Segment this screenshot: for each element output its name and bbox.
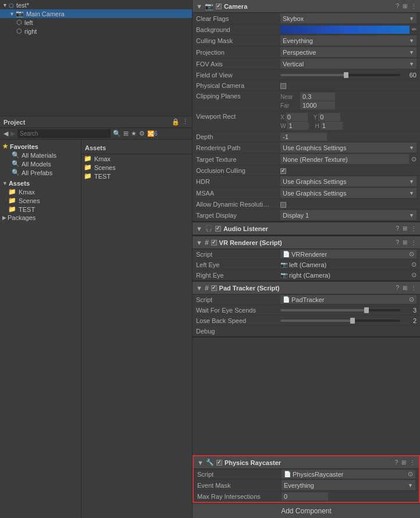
pad-script-select-icon[interactable]: ⊙ [409, 296, 414, 303]
far-input[interactable] [300, 101, 335, 109]
occlusion-culling-checkbox[interactable] [280, 168, 286, 174]
target-display-value[interactable]: Display 1 ▼ [280, 210, 417, 220]
pad-more-icon[interactable]: ⋮ [411, 285, 417, 291]
pad-collapse-arrow[interactable]: ▼ [196, 285, 202, 292]
wait-eye-slider-track[interactable] [280, 309, 400, 311]
project-search-input[interactable] [17, 129, 111, 138]
occlusion-culling-value[interactable] [280, 166, 417, 173]
checkbox-camera[interactable] [216, 3, 222, 9]
physics-help-icon[interactable]: ? [394, 459, 398, 466]
event-mask-dropdown[interactable]: Everything ▼ [282, 480, 415, 490]
lose-back-thumb[interactable] [350, 318, 355, 324]
max-ray-value[interactable] [282, 492, 415, 501]
fov-value[interactable]: 60 [280, 72, 417, 79]
clear-flags-dropdown[interactable]: Skybox ▼ [280, 13, 417, 23]
projection-value[interactable]: Perspective ▼ [280, 47, 417, 57]
depth-value[interactable] [280, 133, 417, 141]
vr-script-value[interactable]: 📄 VRRenderer ⊙ [280, 250, 417, 258]
rendering-path-value[interactable]: Use Graphics Settings ▼ [280, 143, 417, 152]
viewport-y-input[interactable] [318, 113, 340, 121]
back-arrow-icon[interactable]: ◀ [3, 130, 8, 137]
fov-axis-value[interactable]: Vertical ▼ [280, 59, 417, 69]
camera-help-icon[interactable]: ? [396, 3, 399, 9]
allow-dynamic-checkbox[interactable] [280, 202, 286, 208]
wait-eye-thumb[interactable] [364, 307, 369, 313]
viewport-x-input[interactable] [286, 113, 308, 121]
near-input[interactable] [300, 93, 335, 101]
vr-script-select-icon[interactable]: ⊙ [409, 250, 414, 258]
pad-help-icon[interactable]: ? [396, 285, 399, 291]
audio-more-icon[interactable]: ⋮ [411, 225, 417, 232]
settings-icon[interactable]: ⚙ [139, 130, 145, 137]
left-eye-select-icon[interactable]: ⊙ [411, 261, 417, 268]
hdr-value[interactable]: Use Graphics Settings ▼ [280, 176, 417, 186]
right-folder-kmax[interactable]: 📁 Kmax [81, 154, 192, 163]
pad-script-value[interactable]: 📄 PadTracker ⊙ [280, 295, 417, 304]
viewport-h-input[interactable] [321, 122, 343, 130]
tree-packages[interactable]: ▶ Packages [0, 214, 81, 222]
background-value[interactable]: ✏ [280, 26, 417, 34]
fov-slider-thumb[interactable] [344, 72, 348, 78]
physics-more-icon[interactable]: ⋮ [410, 459, 415, 466]
add-component-button[interactable]: Add Component [193, 504, 420, 518]
physical-camera-checkbox[interactable] [280, 83, 286, 89]
pad-layout-icon[interactable]: ⊞ [403, 285, 407, 291]
event-mask-value[interactable]: Everything ▼ [282, 480, 415, 490]
vr-more-icon[interactable]: ⋮ [411, 239, 417, 246]
projection-dropdown[interactable]: Perspective ▼ [280, 47, 417, 57]
vr-help-icon[interactable]: ? [396, 239, 399, 246]
hierarchy-item-main-camera[interactable]: ▼ 📷 Main Camera [0, 9, 192, 18]
physics-checkbox[interactable] [216, 460, 222, 466]
lose-back-slider-track[interactable] [280, 320, 400, 322]
wait-eye-value[interactable]: 3 [280, 307, 417, 314]
allow-dynamic-value[interactable] [280, 200, 417, 207]
camera-collapse-arrow[interactable]: ▼ [196, 3, 202, 10]
viewport-w-input[interactable] [287, 122, 309, 130]
max-ray-input[interactable] [282, 492, 328, 501]
right-folder-test[interactable]: 📁 TEST [81, 172, 192, 180]
camera-more-icon[interactable]: ⋮ [411, 3, 417, 9]
hierarchy-item-right[interactable]: ⬡ right [0, 27, 192, 36]
fov-slider-track[interactable] [280, 74, 400, 76]
grid-icon[interactable]: ⊞ [123, 130, 129, 137]
vr-layout-icon[interactable]: ⊞ [403, 239, 407, 246]
tree-all-materials[interactable]: 🔍 All Materials [0, 151, 81, 159]
tree-all-prefabs[interactable]: 🔍 All Prefabs [0, 168, 81, 177]
msaa-value[interactable]: Use Graphics Settings ▼ [280, 188, 417, 198]
tree-all-models[interactable]: 🔍 All Models [0, 159, 81, 168]
tree-scenes-left[interactable]: 📁 Scenes [0, 196, 81, 205]
lock-icon[interactable]: 🔒 [172, 118, 180, 126]
tree-kmax-left[interactable]: 📁 Kmax [0, 187, 81, 196]
culling-mask-value[interactable]: Everything ▼ [280, 36, 417, 45]
audio-collapse-arrow[interactable]: ▼ [196, 225, 202, 232]
target-texture-select-icon[interactable]: ⊙ [411, 155, 417, 163]
lose-back-value[interactable]: 2 [280, 317, 417, 324]
audio-help-icon[interactable]: ? [396, 225, 399, 232]
physics-script-select-icon[interactable]: ⊙ [408, 470, 413, 478]
physics-script-value[interactable]: 📄 PhysicsRaycaster ⊙ [282, 470, 415, 478]
depth-input[interactable] [280, 133, 327, 141]
hierarchy-item-left[interactable]: ⬡ left [0, 18, 192, 27]
vr-checkbox[interactable] [211, 240, 217, 246]
culling-mask-dropdown[interactable]: Everything ▼ [280, 36, 417, 45]
audio-checkbox[interactable] [215, 226, 221, 232]
vr-collapse-arrow[interactable]: ▼ [196, 239, 202, 246]
fov-axis-dropdown[interactable]: Vertical ▼ [280, 59, 417, 69]
hdr-dropdown[interactable]: Use Graphics Settings ▼ [280, 176, 417, 186]
tree-test-left[interactable]: 📁 TEST [0, 205, 81, 214]
hierarchy-item-test[interactable]: ▼ ⬡ test* [0, 1, 192, 9]
background-edit-icon[interactable]: ✏ [412, 26, 417, 33]
background-color-bar[interactable] [280, 26, 410, 34]
rendering-path-dropdown[interactable]: Use Graphics Settings ▼ [280, 143, 417, 152]
target-display-dropdown[interactable]: Display 1 ▼ [280, 210, 417, 220]
camera-layout-icon[interactable]: ⊞ [403, 3, 407, 9]
forward-arrow-icon[interactable]: ▶ [10, 130, 15, 137]
msaa-dropdown[interactable]: Use Graphics Settings ▼ [280, 188, 417, 198]
audio-layout-icon[interactable]: ⊞ [403, 225, 407, 232]
pad-checkbox[interactable] [211, 285, 217, 291]
clear-flags-value[interactable]: Skybox ▼ [280, 13, 417, 23]
physics-collapse-arrow[interactable]: ▼ [197, 459, 204, 466]
star-icon[interactable]: ★ [131, 130, 137, 137]
right-folder-scenes[interactable]: 📁 Scenes [81, 163, 192, 172]
right-eye-select-icon[interactable]: ⊙ [411, 271, 417, 279]
